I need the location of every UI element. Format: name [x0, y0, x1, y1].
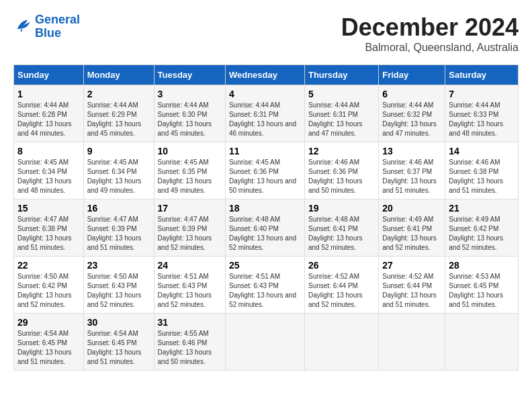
day-info: Sunrise: 4:44 AM Sunset: 6:30 PM Dayligh…: [158, 101, 222, 138]
table-row: [445, 314, 519, 371]
day-info: Sunrise: 4:44 AM Sunset: 6:33 PM Dayligh…: [449, 101, 515, 138]
col-wednesday: Wednesday: [225, 65, 304, 85]
day-number: 23: [87, 260, 150, 271]
table-row: 18 Sunrise: 4:48 AM Sunset: 6:40 PM Dayl…: [225, 199, 304, 257]
col-sunday: Sunday: [14, 65, 84, 85]
day-number: 10: [158, 146, 222, 156]
table-row: 22 Sunrise: 4:50 AM Sunset: 6:42 PM Dayl…: [14, 257, 84, 314]
day-number: 3: [158, 89, 222, 99]
month-year-title: December 2024: [341, 13, 519, 42]
day-info: Sunrise: 4:48 AM Sunset: 6:41 PM Dayligh…: [308, 215, 375, 253]
day-number: 19: [308, 203, 375, 214]
day-number: 30: [87, 317, 150, 328]
table-row: 27 Sunrise: 4:52 AM Sunset: 6:44 PM Dayl…: [379, 257, 445, 314]
table-row: 6 Sunrise: 4:44 AM Sunset: 6:32 PM Dayli…: [379, 85, 445, 142]
calendar-week-row: 1 Sunrise: 4:44 AM Sunset: 6:28 PM Dayli…: [14, 85, 519, 142]
logo-icon: [13, 16, 32, 38]
table-row: 19 Sunrise: 4:48 AM Sunset: 6:41 PM Dayl…: [304, 199, 378, 257]
day-info: Sunrise: 4:52 AM Sunset: 6:44 PM Dayligh…: [382, 272, 441, 310]
day-info: Sunrise: 4:44 AM Sunset: 6:32 PM Dayligh…: [382, 101, 441, 138]
table-row: 13 Sunrise: 4:46 AM Sunset: 6:37 PM Dayl…: [379, 142, 445, 199]
table-row: 29 Sunrise: 4:54 AM Sunset: 6:45 PM Dayl…: [14, 314, 84, 371]
title-area: December 2024 Balmoral, Queensland, Aust…: [341, 13, 519, 54]
col-tuesday: Tuesday: [154, 65, 225, 85]
calendar-week-row: 29 Sunrise: 4:54 AM Sunset: 6:45 PM Dayl…: [14, 314, 519, 371]
day-info: Sunrise: 4:53 AM Sunset: 6:45 PM Dayligh…: [449, 272, 515, 310]
table-row: [379, 314, 445, 371]
calendar-week-row: 22 Sunrise: 4:50 AM Sunset: 6:42 PM Dayl…: [14, 257, 519, 314]
day-number: 12: [308, 146, 375, 156]
table-row: 28 Sunrise: 4:53 AM Sunset: 6:45 PM Dayl…: [445, 257, 519, 314]
table-row: 7 Sunrise: 4:44 AM Sunset: 6:33 PM Dayli…: [445, 85, 519, 142]
day-info: Sunrise: 4:51 AM Sunset: 6:43 PM Dayligh…: [158, 272, 222, 310]
table-row: 9 Sunrise: 4:45 AM Sunset: 6:34 PM Dayli…: [83, 142, 154, 199]
day-info: Sunrise: 4:45 AM Sunset: 6:34 PM Dayligh…: [17, 158, 80, 195]
day-number: 20: [382, 203, 441, 214]
day-number: 22: [17, 260, 80, 271]
day-info: Sunrise: 4:50 AM Sunset: 6:42 PM Dayligh…: [17, 272, 80, 310]
day-number: 16: [87, 203, 150, 214]
day-info: Sunrise: 4:54 AM Sunset: 6:45 PM Dayligh…: [17, 329, 80, 367]
table-row: 25 Sunrise: 4:51 AM Sunset: 6:43 PM Dayl…: [225, 257, 304, 314]
day-info: Sunrise: 4:44 AM Sunset: 6:29 PM Dayligh…: [87, 101, 150, 138]
table-row: 17 Sunrise: 4:47 AM Sunset: 6:39 PM Dayl…: [154, 199, 225, 257]
day-info: Sunrise: 4:51 AM Sunset: 6:43 PM Dayligh…: [229, 272, 301, 310]
table-row: 24 Sunrise: 4:51 AM Sunset: 6:43 PM Dayl…: [154, 257, 225, 314]
day-number: 2: [87, 89, 150, 99]
day-number: 21: [449, 203, 515, 214]
day-number: 13: [382, 146, 441, 156]
day-info: Sunrise: 4:47 AM Sunset: 6:39 PM Dayligh…: [158, 215, 222, 253]
day-number: 18: [229, 203, 301, 214]
day-info: Sunrise: 4:47 AM Sunset: 6:39 PM Dayligh…: [87, 215, 150, 253]
day-number: 15: [17, 203, 80, 214]
day-info: Sunrise: 4:50 AM Sunset: 6:43 PM Dayligh…: [87, 272, 150, 310]
col-saturday: Saturday: [445, 65, 519, 85]
table-row: 15 Sunrise: 4:47 AM Sunset: 6:38 PM Dayl…: [14, 199, 84, 257]
day-info: Sunrise: 4:44 AM Sunset: 6:28 PM Dayligh…: [17, 101, 80, 138]
day-number: 9: [87, 146, 150, 156]
day-number: 26: [308, 260, 375, 271]
table-row: 3 Sunrise: 4:44 AM Sunset: 6:30 PM Dayli…: [154, 85, 225, 142]
day-number: 28: [449, 260, 515, 271]
day-info: Sunrise: 4:44 AM Sunset: 6:31 PM Dayligh…: [229, 101, 301, 138]
calendar-table: Sunday Monday Tuesday Wednesday Thursday…: [13, 64, 519, 371]
table-row: 20 Sunrise: 4:49 AM Sunset: 6:41 PM Dayl…: [379, 199, 445, 257]
day-info: Sunrise: 4:44 AM Sunset: 6:31 PM Dayligh…: [308, 101, 375, 138]
logo: General Blue: [13, 13, 80, 40]
day-number: 8: [17, 146, 80, 156]
day-number: 7: [449, 89, 515, 99]
col-thursday: Thursday: [304, 65, 378, 85]
header-row: Sunday Monday Tuesday Wednesday Thursday…: [14, 65, 519, 85]
header: General Blue December 2024 Balmoral, Que…: [13, 13, 519, 54]
day-number: 27: [382, 260, 441, 271]
day-number: 29: [17, 317, 80, 328]
table-row: 26 Sunrise: 4:52 AM Sunset: 6:44 PM Dayl…: [304, 257, 378, 314]
day-info: Sunrise: 4:45 AM Sunset: 6:35 PM Dayligh…: [158, 158, 222, 195]
day-number: 17: [158, 203, 222, 214]
table-row: 31 Sunrise: 4:55 AM Sunset: 6:46 PM Dayl…: [154, 314, 225, 371]
table-row: 16 Sunrise: 4:47 AM Sunset: 6:39 PM Dayl…: [83, 199, 154, 257]
day-number: 31: [158, 317, 222, 328]
table-row: 1 Sunrise: 4:44 AM Sunset: 6:28 PM Dayli…: [14, 85, 84, 142]
day-number: 24: [158, 260, 222, 271]
calendar-week-row: 15 Sunrise: 4:47 AM Sunset: 6:38 PM Dayl…: [14, 199, 519, 257]
calendar-week-row: 8 Sunrise: 4:45 AM Sunset: 6:34 PM Dayli…: [14, 142, 519, 199]
location-subtitle: Balmoral, Queensland, Australia: [341, 42, 519, 54]
table-row: 11 Sunrise: 4:45 AM Sunset: 6:36 PM Dayl…: [225, 142, 304, 199]
day-info: Sunrise: 4:49 AM Sunset: 6:42 PM Dayligh…: [449, 215, 515, 253]
day-info: Sunrise: 4:49 AM Sunset: 6:41 PM Dayligh…: [382, 215, 441, 253]
table-row: [304, 314, 378, 371]
day-number: 4: [229, 89, 301, 99]
day-info: Sunrise: 4:52 AM Sunset: 6:44 PM Dayligh…: [308, 272, 375, 310]
table-row: 2 Sunrise: 4:44 AM Sunset: 6:29 PM Dayli…: [83, 85, 154, 142]
table-row: 21 Sunrise: 4:49 AM Sunset: 6:42 PM Dayl…: [445, 199, 519, 257]
logo-text: General Blue: [35, 13, 80, 40]
day-info: Sunrise: 4:46 AM Sunset: 6:36 PM Dayligh…: [308, 158, 375, 195]
table-row: 23 Sunrise: 4:50 AM Sunset: 6:43 PM Dayl…: [83, 257, 154, 314]
day-info: Sunrise: 4:45 AM Sunset: 6:34 PM Dayligh…: [87, 158, 150, 195]
day-info: Sunrise: 4:55 AM Sunset: 6:46 PM Dayligh…: [158, 329, 222, 367]
day-info: Sunrise: 4:46 AM Sunset: 6:38 PM Dayligh…: [449, 158, 515, 195]
day-number: 14: [449, 146, 515, 156]
table-row: 5 Sunrise: 4:44 AM Sunset: 6:31 PM Dayli…: [304, 85, 378, 142]
table-row: 10 Sunrise: 4:45 AM Sunset: 6:35 PM Dayl…: [154, 142, 225, 199]
